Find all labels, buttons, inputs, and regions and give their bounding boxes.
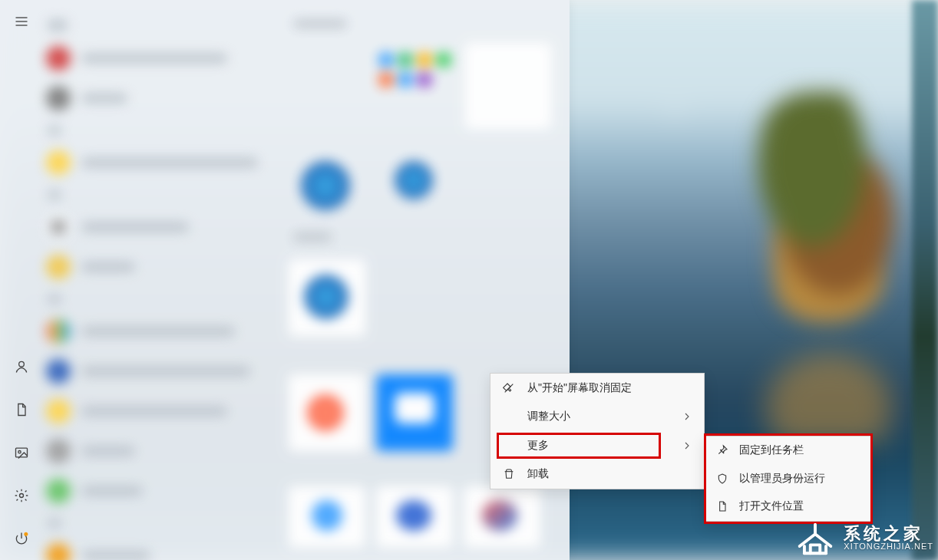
submenu-open-location-label: 打开文件位置: [739, 499, 804, 513]
start-app-list-blurred: [43, 11, 281, 549]
watermark-title: 系统之家: [844, 525, 933, 542]
trash-icon: [503, 468, 515, 480]
settings-button[interactable]: [0, 474, 43, 517]
hamburger-button[interactable]: [14, 0, 29, 43]
desktop-reflection-shape: [729, 322, 929, 445]
ctx-uninstall-label: 卸载: [527, 467, 693, 481]
power-icon: [14, 531, 29, 546]
unpin-icon: [503, 382, 515, 394]
ctx-more[interactable]: 更多: [490, 431, 704, 460]
user-button[interactable]: [0, 345, 43, 388]
picture-icon: [14, 445, 29, 460]
watermark: 系统之家 XITONGZHIJIA.NET: [796, 519, 933, 557]
hamburger-icon: [14, 14, 29, 29]
ctx-unpin-label: 从"开始"屏幕取消固定: [527, 381, 693, 395]
settings-icon: [14, 488, 29, 503]
submenu-pin-taskbar[interactable]: 固定到任务栏: [705, 436, 871, 465]
context-submenu: 固定到任务栏 以管理员身份运行 打开文件位置: [705, 436, 872, 522]
submenu-open-location[interactable]: 打开文件位置: [705, 492, 871, 521]
desktop-right-edge: [912, 0, 938, 560]
svg-point-7: [24, 532, 28, 536]
document-icon: [14, 402, 29, 417]
context-menu: 从"开始"屏幕取消固定 调整大小 更多 卸载: [490, 373, 705, 489]
user-icon: [14, 359, 29, 374]
svg-line-9: [718, 452, 721, 454]
start-left-strip: [0, 0, 43, 560]
pictures-button[interactable]: [0, 431, 43, 474]
power-button[interactable]: [0, 517, 43, 560]
watermark-url: XITONGZHIJIA.NET: [844, 542, 933, 552]
svg-point-3: [19, 361, 25, 367]
chevron-right-icon: [681, 410, 693, 423]
pin-icon: [716, 444, 728, 456]
ctx-uninstall[interactable]: 卸载: [490, 460, 704, 489]
documents-button[interactable]: [0, 388, 43, 431]
ctx-resize[interactable]: 调整大小: [490, 403, 704, 432]
watermark-logo-icon: [796, 519, 834, 557]
ctx-unpin[interactable]: 从"开始"屏幕取消固定: [490, 374, 704, 403]
shield-icon: [716, 473, 728, 485]
ctx-more-label: 更多: [527, 439, 681, 453]
svg-point-5: [18, 451, 21, 453]
submenu-run-admin-label: 以管理员身份运行: [739, 472, 825, 486]
file-location-icon: [716, 500, 728, 512]
chevron-right-icon: [681, 440, 693, 452]
svg-point-6: [20, 494, 24, 498]
submenu-run-admin[interactable]: 以管理员身份运行: [705, 465, 871, 493]
submenu-pin-taskbar-label: 固定到任务栏: [739, 443, 804, 457]
start-menu-panel: [0, 0, 570, 560]
ctx-resize-label: 调整大小: [527, 410, 681, 423]
